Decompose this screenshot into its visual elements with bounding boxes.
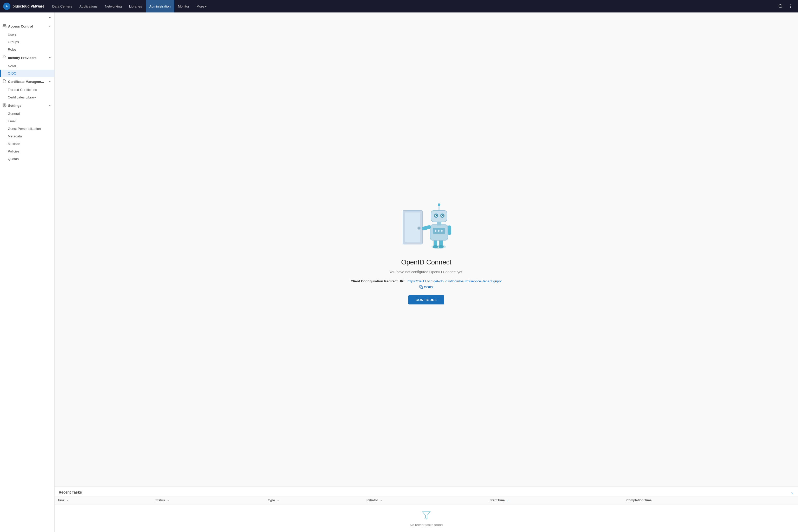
nav-networking[interactable]: Networking [101,0,126,13]
tasks-col-type: Type ▼ [265,496,363,505]
settings-chevron: ▾ [49,104,51,107]
nav-datacenters[interactable]: Data Centers [49,0,76,13]
sidebar-item-policies[interactable]: Policies [0,148,54,155]
svg-point-5 [3,24,5,26]
svg-point-31 [442,215,443,216]
initiator-filter-icon[interactable]: ▼ [380,499,382,502]
sidebar-item-users[interactable]: Users [0,31,54,38]
svg-point-19 [435,230,436,232]
status-filter-icon[interactable]: ▼ [167,499,169,502]
tasks-col-status: Status ▼ [152,496,265,505]
sidebar-section-certificate-management: Certificate Managem... ▾ Trusted Certifi… [0,77,54,101]
content-area: OpenID Connect You have not configured O… [55,13,798,532]
more-vertical-icon [788,4,793,8]
nav-libraries[interactable]: Libraries [126,0,146,13]
brand[interactable]: + pluscloud VMware [3,3,44,10]
nav-applications[interactable]: Applications [76,0,101,13]
svg-point-0 [779,4,782,7]
svg-point-4 [790,7,791,8]
sidebar: « Access Control ▾ Users Groups Roles [0,13,55,532]
main-layout: « Access Control ▾ Users Groups Roles [0,13,798,532]
sidebar-item-multisite[interactable]: Multisite [0,140,54,148]
topnav-actions [776,2,795,11]
svg-line-1 [781,7,782,8]
sidebar-item-oidc[interactable]: OIDC [0,70,54,77]
certificate-management-label: Certificate Managem... [8,80,44,84]
sidebar-collapse-button[interactable]: « [0,13,54,22]
svg-rect-6 [3,57,6,59]
sidebar-item-metadata[interactable]: Metadata [0,132,54,140]
svg-point-35 [424,518,425,519]
task-filter-icon[interactable]: ▼ [66,499,69,502]
svg-point-16 [438,245,444,248]
identity-providers-chevron: ▾ [49,56,51,59]
sidebar-section-header-settings[interactable]: Settings ▾ [0,101,54,110]
sidebar-item-saml[interactable]: SAML [0,62,54,70]
nav-administration[interactable]: Administration [146,0,174,13]
tasks-col-task: Task ▼ [55,496,152,505]
svg-point-2 [790,4,791,5]
svg-point-30 [436,215,437,216]
oidc-panel: OpenID Connect You have not configured O… [348,195,504,304]
redirect-uri-value: https://de-11.vcd.get-cloud.io/login/oau… [407,279,502,283]
certificate-management-chevron: ▾ [49,80,51,83]
sidebar-item-roles[interactable]: Roles [0,46,54,53]
recent-tasks-panel: Recent Tasks ⌄ Task ▼ Status ▼ [55,487,798,532]
brand-icon: + [3,3,11,10]
svg-point-21 [441,230,443,232]
svg-point-11 [418,227,420,229]
sidebar-section-header-certificate-management[interactable]: Certificate Managem... ▾ [0,77,54,86]
svg-rect-23 [448,226,451,235]
configure-button[interactable]: CONFIGURE [408,296,444,304]
collapse-icon: « [49,15,51,19]
redirect-uri-label: Client Configuration Redirect URI: [351,279,405,283]
search-button[interactable] [776,2,785,11]
sidebar-section-identity-providers: Identity Providers ▾ SAML OIDC [0,53,54,77]
sidebar-item-groups[interactable]: Groups [0,38,54,46]
svg-rect-34 [421,286,423,289]
sidebar-item-guest-personalization[interactable]: Guest Personalization [0,125,54,132]
access-control-chevron: ▾ [49,25,51,28]
tasks-col-completion-time: Completion Time [623,496,798,505]
access-control-icon [3,24,6,28]
svg-point-3 [790,6,791,7]
tasks-col-start-time: Start Time ↓ [486,496,623,505]
recent-tasks-title: Recent Tasks [59,490,82,494]
settings-icon [3,103,6,108]
no-tasks-message: No recent tasks found [55,505,798,532]
sidebar-section-access-control: Access Control ▾ Users Groups Roles [0,22,54,53]
identity-providers-label: Identity Providers [8,56,37,60]
sidebar-section-settings: Settings ▾ General Email Guest Personali… [0,101,54,163]
svg-rect-25 [431,210,447,222]
sidebar-item-quotas[interactable]: Quotas [0,155,54,163]
sidebar-section-header-access-control[interactable]: Access Control ▾ [0,22,54,31]
type-filter-icon[interactable]: ▼ [277,499,280,502]
nav-monitor[interactable]: Monitor [174,0,193,13]
brand-name: pluscloud VMware [13,4,44,8]
svg-rect-22 [422,225,431,231]
collapse-tasks-button[interactable]: ⌄ [791,490,794,495]
start-time-sort-icon[interactable]: ↓ [507,499,508,502]
top-navigation: + pluscloud VMware Data Centers Applicat… [0,0,798,13]
tasks-table: Task ▼ Status ▼ Type ▼ Initiator [55,496,798,532]
sidebar-item-general[interactable]: General [0,110,54,117]
oidc-title: OpenID Connect [401,258,452,266]
svg-point-20 [438,230,439,232]
svg-point-7 [4,105,5,106]
sidebar-item-certificates-library[interactable]: Certificates Library [0,94,54,101]
settings-label: Settings [8,103,21,108]
sidebar-section-header-identity-providers[interactable]: Identity Providers ▾ [0,53,54,62]
recent-tasks-header: Recent Tasks ⌄ [55,487,798,496]
identity-providers-icon [3,55,6,60]
tasks-col-initiator: Initiator ▼ [363,496,487,505]
copy-url-button[interactable]: COPY [419,285,434,289]
sidebar-item-trusted-certificates[interactable]: Trusted Certificates [0,86,54,94]
more-options-button[interactable] [786,2,795,11]
content-main: OpenID Connect You have not configured O… [55,13,798,487]
svg-point-37 [427,518,428,519]
no-tasks-label: No recent tasks found [410,523,443,527]
robot-illustration [400,195,452,252]
nav-more[interactable]: More ▾ [193,0,210,13]
funnel-icon [421,510,432,521]
sidebar-item-email[interactable]: Email [0,117,54,125]
